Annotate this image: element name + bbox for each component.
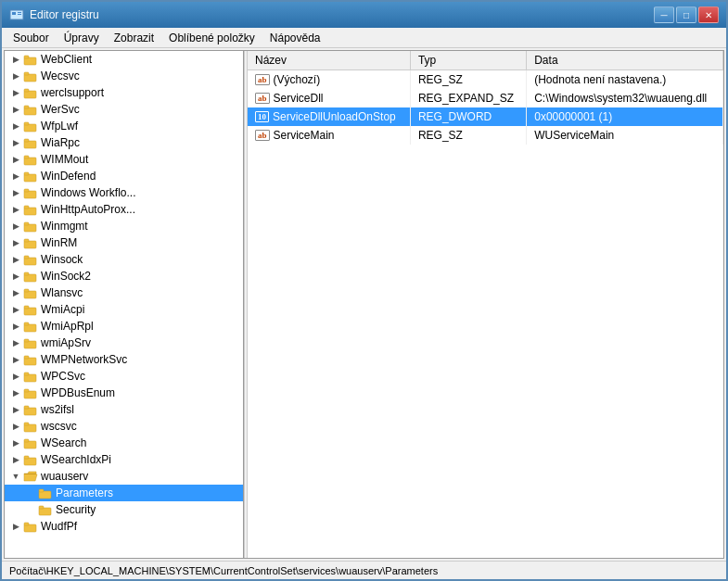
tree-item[interactable]: ▶ WfpLwf	[5, 118, 243, 134]
col-header-name[interactable]: Název	[248, 51, 410, 70]
svg-rect-21	[24, 189, 29, 192]
tree-item[interactable]: ▶ WSearch	[5, 435, 243, 451]
svg-rect-31	[24, 272, 29, 275]
tree-item[interactable]: ▶ Winsock	[5, 251, 243, 268]
svg-rect-45	[24, 389, 29, 392]
tree-item[interactable]: ▶ wmiApSrv	[5, 335, 243, 351]
tree-item-label: WinSock2	[41, 270, 91, 283]
expand-arrow-icon[interactable]: ▶	[8, 185, 23, 200]
expand-arrow-icon[interactable]: ▶	[8, 319, 23, 334]
expand-arrow-icon[interactable]: ▶	[8, 202, 23, 217]
tree-item[interactable]: ▶ Windows Workflo...	[5, 184, 243, 201]
expand-arrow-icon[interactable]: ▶	[8, 252, 23, 267]
tree-item[interactable]: ▶ ws2ifsl	[5, 401, 243, 418]
svg-rect-37	[24, 322, 29, 325]
tree-item-label: WinHttpAutoProx...	[41, 203, 135, 216]
expand-arrow-icon[interactable]: ▶	[8, 102, 23, 117]
col-header-type[interactable]: Typ	[410, 51, 526, 70]
expand-arrow-icon[interactable]: ▶	[8, 335, 23, 350]
expand-arrow-icon[interactable]: ▶	[8, 119, 23, 133]
tree-item[interactable]: ▶ WmiAcpi	[5, 301, 243, 318]
svg-rect-35	[24, 306, 29, 309]
svg-rect-2	[18, 12, 21, 13]
expand-arrow-icon[interactable]: ▶	[8, 69, 23, 83]
tree-item[interactable]: ▶ WebClient	[5, 51, 243, 68]
tree-item[interactable]: ▶ Wlansvc	[5, 284, 243, 301]
table-row[interactable]: ab (Výchozí)REG_SZ(Hodnota není nastaven…	[248, 70, 723, 89]
expand-arrow-icon[interactable]: ▶	[8, 385, 23, 400]
main-window: Editor registru ─ □ ✕ SouborÚpravyZobraz…	[0, 0, 728, 581]
tree-item[interactable]: ▼ wuauserv	[5, 468, 243, 485]
table-row[interactable]: ab ServiceDllREG_EXPAND_SZC:\Windows\sys…	[248, 89, 723, 107]
close-button[interactable]: ✕	[698, 6, 719, 23]
expand-arrow-icon[interactable]: ▼	[8, 469, 23, 484]
table-row[interactable]: ab ServiceMainREG_SZWUServiceMain	[248, 126, 723, 145]
expand-arrow-icon[interactable]: ▶	[8, 235, 23, 250]
expand-arrow-icon[interactable]: ▶	[8, 169, 23, 183]
tree-item-label: Windows Workflo...	[41, 186, 135, 199]
tree-item[interactable]: ▶ wscsvc	[5, 418, 243, 435]
folder-closed-icon	[23, 386, 38, 399]
tree-item[interactable]: ▶ Wecsvc	[5, 68, 243, 84]
expand-arrow-icon[interactable]: ▶	[8, 419, 23, 434]
tree-item[interactable]: ▶ WinRM	[5, 234, 243, 251]
menu-item-upravy[interactable]: Úpravy	[57, 30, 107, 46]
expand-arrow-icon[interactable]: ▶	[8, 369, 23, 384]
expand-arrow-icon[interactable]: ▶	[8, 152, 23, 167]
svg-rect-25	[24, 222, 29, 225]
expand-arrow-icon[interactable]: ▶	[8, 519, 23, 534]
menu-item-zobrazit[interactable]: Zobrazit	[107, 30, 161, 46]
expand-arrow-icon[interactable]: ▶	[8, 302, 23, 317]
svg-rect-41	[24, 356, 29, 359]
cell-data: WUServiceMain	[527, 126, 723, 145]
folder-closed-icon	[23, 170, 38, 183]
expand-arrow-icon[interactable]	[23, 502, 38, 517]
tree-item[interactable]: ▶ WSearchIdxPi	[5, 451, 243, 468]
expand-arrow-icon[interactable]: ▶	[8, 135, 23, 150]
expand-arrow-icon[interactable]: ▶	[8, 402, 23, 417]
tree-item[interactable]: ▶ WinDefend	[5, 168, 243, 184]
tree-item-label: Parameters	[56, 486, 113, 499]
tree-item[interactable]: ▶ WudfPf	[5, 518, 243, 535]
expand-arrow-icon[interactable]: ▶	[8, 285, 23, 300]
expand-arrow-icon[interactable]: ▶	[8, 352, 23, 367]
tree-item[interactable]: ▶ werclsupport	[5, 84, 243, 101]
tree-item[interactable]: ▶ WPDBusEnum	[5, 385, 243, 401]
table-row[interactable]: 10 ServiceDllUnloadOnStopREG_DWORD0x0000…	[248, 107, 723, 126]
col-header-data[interactable]: Data	[527, 51, 723, 70]
registry-table: NázevTypData ab (Výchozí)REG_SZ(Hodnota …	[248, 51, 723, 145]
tree-item[interactable]: ▶ WmiApRpl	[5, 318, 243, 335]
svg-rect-53	[24, 456, 29, 459]
data-table[interactable]: NázevTypData ab (Výchozí)REG_SZ(Hodnota …	[248, 51, 723, 558]
tree-item[interactable]: ▶ WIMMout	[5, 151, 243, 168]
expand-arrow-icon[interactable]	[23, 486, 38, 500]
minimize-button[interactable]: ─	[654, 6, 674, 23]
tree-item[interactable]: ▶ WMPNetworkSvc	[5, 351, 243, 368]
cell-name: ab ServiceDll	[248, 89, 410, 107]
tree-item-label: Winmgmt	[41, 220, 88, 233]
tree-panel[interactable]: ▶ WebClient▶ Wecsvc▶ werclsupport▶ WerSv…	[5, 51, 244, 558]
maximize-button[interactable]: □	[676, 6, 696, 23]
menu-item-napoveda[interactable]: Nápověda	[262, 30, 328, 46]
title-bar-buttons: ─ □ ✕	[654, 6, 719, 23]
expand-arrow-icon[interactable]: ▶	[8, 452, 23, 467]
expand-arrow-icon[interactable]: ▶	[8, 52, 23, 67]
tree-item[interactable]: ▶ WerSvc	[5, 101, 243, 118]
tree-container: ▶ WebClient▶ Wecsvc▶ werclsupport▶ WerSv…	[5, 51, 243, 535]
tree-item[interactable]: ▶ WinSock2	[5, 268, 243, 284]
menu-item-oblibene[interactable]: Oblíbené položky	[161, 30, 262, 46]
expand-arrow-icon[interactable]: ▶	[8, 436, 23, 450]
tree-item[interactable]: ▶ WPCSvc	[5, 368, 243, 385]
tree-item[interactable]: Security	[5, 501, 243, 518]
tree-item[interactable]: ▶ WinHttpAutoProx...	[5, 201, 243, 218]
menu-item-soubor[interactable]: Soubor	[6, 30, 57, 46]
tree-item[interactable]: ▶ Winmgmt	[5, 218, 243, 234]
tree-item[interactable]: Parameters	[5, 485, 243, 501]
tree-item-label: ws2ifsl	[41, 403, 74, 416]
expand-arrow-icon[interactable]: ▶	[8, 219, 23, 234]
tree-item-label: wmiApSrv	[41, 336, 91, 349]
expand-arrow-icon[interactable]: ▶	[8, 269, 23, 284]
tree-item[interactable]: ▶ WiaRpc	[5, 134, 243, 151]
folder-closed-icon	[23, 370, 38, 383]
expand-arrow-icon[interactable]: ▶	[8, 85, 23, 100]
